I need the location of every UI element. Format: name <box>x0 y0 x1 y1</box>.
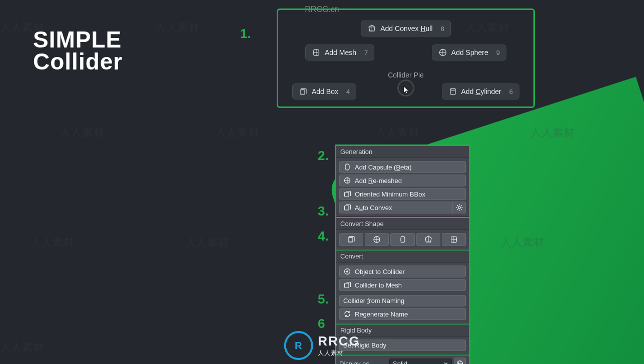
box-icon <box>347 235 356 244</box>
svg-point-35 <box>346 270 348 272</box>
pie-menu-container: Collider Pie Add Convex Hull 8 Add Mesh … <box>277 8 535 108</box>
capsule-icon <box>343 163 351 171</box>
watermark-big-text: RRCG <box>318 334 360 349</box>
svg-rect-8 <box>300 90 305 94</box>
svg-line-21 <box>457 205 457 206</box>
chevron-down-icon <box>443 361 448 364</box>
label-number-1: 1. <box>240 26 251 42</box>
svg-line-24 <box>457 209 457 210</box>
button-label: Regenerate Name <box>355 310 408 318</box>
button-label: Add Re-meshed <box>355 177 402 184</box>
watermark-circle-letter: R <box>295 340 302 352</box>
convex-hull-icon <box>367 24 376 33</box>
button-label: Auto Convex <box>355 204 392 212</box>
pie-menu-title: Collider Pie <box>388 71 424 79</box>
pie-add-cylinder-button[interactable]: Add Cylinder 6 <box>442 84 519 100</box>
label-number-4: 4. <box>318 228 329 244</box>
button-label: Collider to Mesh <box>355 282 402 289</box>
label-number-3: 3. <box>318 204 329 219</box>
faint-watermark: 人人素材 <box>215 125 259 140</box>
mesh-icon <box>312 48 321 57</box>
object-to-collider-button[interactable]: Object to Collider <box>339 266 466 278</box>
svg-rect-10 <box>345 164 349 170</box>
convert-shape-header: Convert Shape <box>336 218 469 230</box>
cylinder-icon <box>448 87 457 96</box>
svg-rect-14 <box>345 192 349 197</box>
refresh-icon <box>343 310 351 318</box>
faint-watermark: 人人素材 <box>155 20 199 35</box>
pie-shortcut: 6 <box>509 88 513 96</box>
watermark-circle: R <box>284 331 313 360</box>
box-icon <box>343 281 351 289</box>
svg-point-16 <box>458 206 460 208</box>
pie-button-label: Add Cylinder <box>461 88 501 96</box>
remesh-icon <box>343 176 351 184</box>
svg-point-9 <box>450 88 455 90</box>
pie-shortcut: 9 <box>496 49 500 56</box>
svg-rect-25 <box>348 238 353 242</box>
label-number-5: 5. <box>318 292 329 307</box>
button-label: Collider from Naming <box>343 297 404 304</box>
button-label: Object to Collider <box>355 268 405 276</box>
auto-convex-settings-button[interactable] <box>453 202 466 214</box>
add-remeshed-button[interactable]: Add Re-meshed <box>339 174 466 186</box>
gear-icon <box>455 204 463 212</box>
logo-line1: SIMPLE <box>33 29 123 51</box>
logo: SIMPLE Collider <box>33 29 123 72</box>
pie-shortcut: 7 <box>364 49 368 56</box>
pie-button-label: Add Box <box>312 88 338 96</box>
target-icon <box>343 268 351 276</box>
box-icon <box>343 204 351 212</box>
convert-header: Convert <box>336 250 469 262</box>
generation-header: Generation <box>336 146 469 158</box>
display-as-label: Display as <box>339 360 387 364</box>
pie-add-sphere-button[interactable]: Add Sphere 9 <box>432 44 506 60</box>
label-number-6: 6 <box>318 316 325 332</box>
faint-watermark: 人人素材 <box>30 235 74 250</box>
logo-line2: Collider <box>33 51 123 73</box>
watermark-small-text: 人人素材 <box>318 349 360 358</box>
regenerate-name-button[interactable]: Regenerate Name <box>339 308 466 320</box>
faint-watermark: 人人素材 <box>0 340 44 355</box>
svg-rect-36 <box>345 284 349 288</box>
display-as-select[interactable]: Solid <box>389 358 452 364</box>
box-icon <box>343 190 351 198</box>
auto-convex-button[interactable]: Auto Convex <box>339 202 453 214</box>
svg-line-22 <box>461 209 461 210</box>
pie-button-label: Add Convex Hull <box>380 24 432 32</box>
shape-convex-button[interactable] <box>416 233 440 246</box>
button-label: Add Capsule (Beta) <box>355 164 411 171</box>
pie-button-label: Add Sphere <box>451 48 488 56</box>
shape-capsule-button[interactable] <box>390 233 414 246</box>
convex-hull-icon <box>424 235 433 244</box>
shape-box-button[interactable] <box>339 233 363 246</box>
sphere-icon <box>372 235 381 244</box>
pie-add-convex-hull-button[interactable]: Add Convex Hull 8 <box>361 20 451 36</box>
pie-add-box-button[interactable]: Add Box 4 <box>292 84 356 100</box>
pie-shortcut: 4 <box>346 88 350 96</box>
label-number-2: 2. <box>318 148 329 164</box>
display-globe-button[interactable] <box>454 358 466 364</box>
button-label: Oriented Minimum BBox <box>355 190 425 198</box>
top-watermark: RRCG.cn <box>305 5 339 14</box>
svg-line-23 <box>461 205 461 206</box>
faint-watermark: 人人素材 <box>60 125 104 140</box>
shape-mesh-button[interactable] <box>442 233 466 246</box>
pie-add-mesh-button[interactable]: Add Mesh 7 <box>305 44 374 60</box>
select-value: Solid <box>393 360 407 364</box>
cursor-icon <box>403 86 410 94</box>
shape-sphere-button[interactable] <box>365 233 389 246</box>
capsule-icon <box>398 235 407 244</box>
svg-rect-29 <box>401 236 405 243</box>
bottom-watermark: R RRCG 人人素材 <box>284 331 360 360</box>
svg-rect-15 <box>345 206 349 210</box>
mesh-icon <box>449 235 458 244</box>
add-capsule-button[interactable]: Add Capsule (Beta) <box>339 161 466 173</box>
pie-shortcut: 8 <box>441 25 444 32</box>
sphere-icon <box>438 48 447 57</box>
oriented-bbox-button[interactable]: Oriented Minimum BBox <box>339 188 466 200</box>
collider-from-naming-button[interactable]: Collider from Naming <box>339 295 466 306</box>
faint-watermark: 人人素材 <box>185 235 229 250</box>
box-icon <box>299 87 308 96</box>
collider-to-mesh-button[interactable]: Collider to Mesh <box>339 279 466 291</box>
